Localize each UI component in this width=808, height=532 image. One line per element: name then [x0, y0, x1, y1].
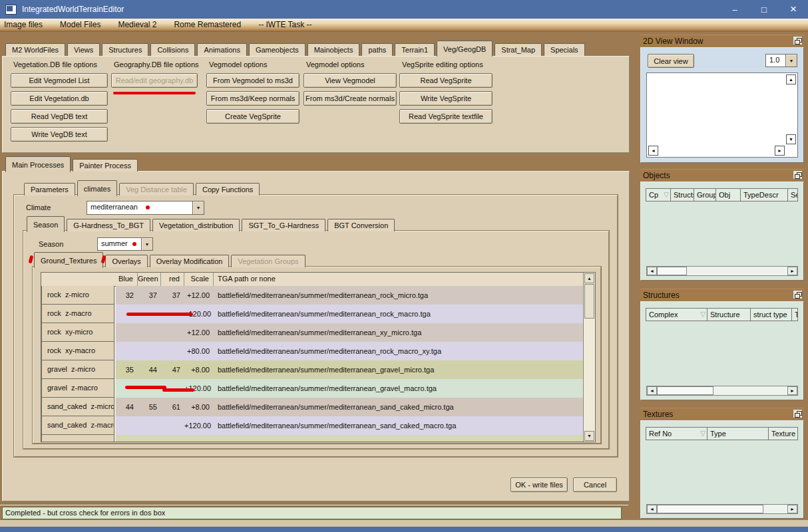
undock-icon[interactable]	[793, 36, 803, 45]
row-label-cell[interactable]: rock z-micro	[41, 286, 114, 305]
tab-overlay-modification[interactable]: Overlay Modification	[150, 255, 230, 267]
tab-season[interactable]: Season	[27, 216, 65, 232]
chevron-down-icon[interactable]: ▼	[192, 201, 204, 214]
undock-icon[interactable]	[793, 409, 803, 418]
column-header-texture[interactable]: Texture	[768, 427, 798, 440]
scroll-up-icon[interactable]: ▲	[584, 273, 594, 283]
zoom-combobox[interactable]: 1.0 ▼	[765, 54, 797, 67]
undock-icon[interactable]	[793, 290, 803, 299]
tab-paths[interactable]: paths	[361, 43, 393, 56]
menu-item-iwte-task[interactable]: -- IWTE Task --	[250, 19, 320, 29]
column-header-se[interactable]: Se	[787, 188, 798, 201]
chevron-down-icon[interactable]: ▼	[785, 55, 797, 66]
tab-views[interactable]: Views	[67, 43, 100, 56]
read-vegsprite-button[interactable]: Read VegSprite	[399, 73, 493, 88]
row-values[interactable]: +120.00battlefield/mediterranean/summer/…	[116, 305, 584, 323]
tab-specials[interactable]: Specials	[544, 43, 585, 56]
row-label-cell[interactable]: rock z-macro	[41, 304, 114, 323]
column-header-type[interactable]: Type	[707, 427, 769, 440]
write-vegsprite-button[interactable]: Write VegSprite	[399, 91, 493, 106]
tab-gameobjects[interactable]: Gameobjects	[249, 43, 305, 56]
tab-overlays[interactable]: Overlays	[105, 255, 147, 267]
vertical-scrollbar[interactable]: ▲ ▼	[583, 273, 595, 442]
tab-sgt-to-g-hardness[interactable]: SGT_To_G-Hardness	[242, 219, 325, 231]
scroll-right-icon[interactable]: ►	[787, 386, 797, 395]
scroll-left-icon[interactable]: ◄	[647, 505, 657, 513]
column-header-obj[interactable]: Obj	[715, 188, 741, 201]
row-label-cell[interactable]: sand_caked z-macro	[41, 416, 114, 435]
season-combobox[interactable]: summer ▼	[97, 237, 153, 251]
edit-vegetation-db-button[interactable]: Edit Vegetation.db	[11, 91, 108, 106]
clear-view-button[interactable]: Clear view	[648, 54, 694, 68]
tab-parameters[interactable]: Parameters	[24, 183, 75, 196]
column-header-te[interactable]: Te	[791, 308, 798, 321]
scroll-right-icon[interactable]: ►	[787, 505, 797, 513]
maximize-button[interactable]: □	[749, 0, 779, 19]
row-values[interactable]: +120.00battlefield/mediterranean/summer/…	[116, 416, 584, 435]
from-ms3d-create-normals-button[interactable]: From ms3d/Create normals	[303, 91, 397, 106]
tab-copy-functions[interactable]: Copy Functions	[196, 183, 260, 196]
view-vegmodel-button[interactable]: View Vegmodel	[303, 73, 397, 88]
tab-terrain1[interactable]: Terrain1	[395, 43, 435, 56]
tab-bgt-conversion[interactable]: BGT Conversion	[327, 219, 395, 231]
menu-item-medieval-2[interactable]: Medieval 2	[109, 19, 165, 29]
row-label-cell[interactable]: rock xy-micro	[41, 323, 114, 342]
scroll-down-icon[interactable]: ▼	[584, 431, 594, 441]
cancel-button[interactable]: Cancel	[573, 477, 617, 492]
climate-combobox[interactable]: mediterranean ▼	[87, 201, 204, 215]
tab-vegetation-distribution[interactable]: Vegetation_distribution	[152, 219, 240, 231]
tab-veg-distance-table[interactable]: Veg Distance table	[119, 183, 194, 196]
tab-strat-map[interactable]: Strat_Map	[495, 43, 542, 56]
scrollbar-thumb[interactable]	[657, 505, 763, 513]
read-vegsprite-textfile-button[interactable]: Read VegSprite textfile	[399, 109, 493, 124]
scrollbar-thumb[interactable]	[584, 284, 594, 319]
undock-icon[interactable]	[793, 170, 803, 180]
tab-m2-worldfiles[interactable]: M2 WorldFiles	[5, 43, 65, 56]
read-vegdb-text-button[interactable]: Read VegDB text	[11, 109, 108, 124]
row-label-cell[interactable]: gravel z-macro	[41, 378, 114, 398]
scroll-right-icon[interactable]: ►	[775, 146, 785, 156]
tab-vegetation-groups[interactable]: Vegetation Groups	[231, 255, 305, 267]
menu-item-rome-remastered[interactable]: Rome Remastered	[165, 19, 250, 29]
tab-climates[interactable]: climates	[77, 180, 117, 196]
column-header-structs[interactable]: Structs	[670, 188, 694, 201]
view2d-canvas[interactable]: ▲ ▼ ◄ ►	[646, 72, 798, 158]
scroll-right-icon[interactable]: ►	[787, 267, 797, 275]
close-button[interactable]: ×	[779, 0, 808, 19]
tab-structures[interactable]: Structures	[102, 43, 148, 56]
scroll-up-icon[interactable]: ▲	[786, 74, 796, 84]
scroll-left-icon[interactable]: ◄	[648, 146, 658, 156]
tab-ground-textures[interactable]: Ground_Textures	[34, 252, 103, 268]
column-header-complex[interactable]: Complex▽	[646, 308, 707, 321]
row-values[interactable]: 445561+8.00battlefield/mediterranean/sum…	[116, 398, 584, 416]
row-values[interactable]: +80.00battlefield/mediterranean/summer/m…	[116, 342, 584, 360]
horizontal-scrollbar[interactable]: ◄ ►	[646, 266, 798, 276]
tab-g-hardness-to-bgt[interactable]: G-Hardness_To_BGT	[67, 219, 150, 231]
row-label-cell[interactable]	[41, 434, 114, 442]
tab-animations[interactable]: Animations	[197, 43, 246, 56]
create-vegsprite-button[interactable]: Create VegSprite	[206, 109, 300, 124]
scrollbar-thumb[interactable]	[657, 267, 687, 275]
from-vegmodel-to-ms3d-button[interactable]: From Vegmodel to ms3d	[206, 73, 300, 88]
horizontal-scrollbar[interactable]: ◄ ►	[646, 504, 798, 514]
menu-item-model-files[interactable]: Model Files	[51, 19, 109, 29]
row-values[interactable]: 354447+8.00battlefield/mediterranean/sum…	[116, 360, 584, 379]
ok-write-files-button[interactable]: OK - write files	[510, 477, 568, 492]
column-header-cp[interactable]: Cp▽	[646, 188, 671, 201]
column-header-struct-type[interactable]: struct type	[750, 308, 792, 321]
tab-veg-geogdb[interactable]: Veg/GeogDB	[437, 41, 493, 57]
scroll-left-icon[interactable]: ◄	[647, 267, 657, 275]
menu-item-image-files[interactable]: Image files	[0, 19, 51, 29]
row-values[interactable]: +120.00battlefield/mediterranean/summer/…	[116, 379, 584, 398]
from-ms3d-keep-normals-button[interactable]: From ms3d/Keep normals	[206, 91, 300, 106]
horizontal-scrollbar[interactable]: ◄ ►	[646, 386, 798, 396]
edit-vegmodel-list-button[interactable]: Edit Vegmodel List	[11, 73, 108, 88]
tab-painter-process[interactable]: Painter Process	[73, 159, 138, 172]
scrollbar-thumb[interactable]	[657, 386, 713, 395]
write-vegdb-text-button[interactable]: Write VegDB text	[11, 127, 108, 142]
row-values[interactable]: 364753+8.00battlefield/mediterranean/sum…	[116, 435, 584, 442]
chevron-down-icon[interactable]: ▼	[141, 238, 152, 250]
row-values[interactable]: 323737+12.00battlefield/mediterranean/su…	[116, 286, 584, 305]
tab-mainobjects[interactable]: Mainobjects	[307, 43, 360, 56]
column-header-structure[interactable]: Structure	[707, 308, 751, 321]
